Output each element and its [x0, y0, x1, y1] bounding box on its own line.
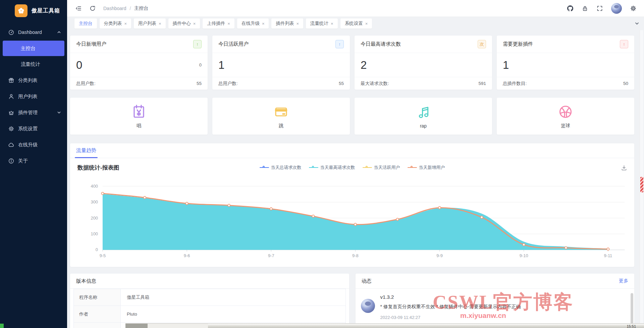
tab-label: 主控台	[79, 20, 93, 27]
stat-footer-value: 591	[478, 81, 486, 86]
tab-traffic-stats[interactable]: 流量统计×	[306, 18, 338, 29]
tab-plugin-list[interactable]: 插件列表×	[271, 18, 303, 29]
activity-scrollbar-thumb[interactable]	[631, 293, 633, 325]
activity-avatar	[361, 299, 375, 313]
tab-label: 分类列表	[104, 20, 122, 27]
sidebar-item-label: 在线升级	[18, 142, 38, 148]
stat-footer-label: 总用户数:	[218, 81, 238, 87]
close-icon[interactable]: ×	[296, 21, 299, 26]
tab-console[interactable]: 主控台	[74, 18, 97, 29]
close-icon[interactable]: ×	[331, 21, 333, 26]
basketball-icon	[557, 104, 574, 120]
bill-icon	[131, 104, 147, 120]
feature-card-rap[interactable]: rap	[355, 98, 492, 135]
close-icon[interactable]: ×	[227, 21, 230, 26]
sidebar-item-system-settings[interactable]: 系统设置	[0, 121, 67, 137]
sidebar-item-label: 系统设置	[18, 126, 38, 132]
activity-card-title: 动态	[362, 278, 372, 284]
sidebar-item-category-list[interactable]: 分类列表	[0, 72, 67, 88]
sidebar-item-online-upgrade[interactable]: 在线升级	[0, 137, 67, 153]
user-avatar[interactable]	[611, 3, 622, 14]
page-scrollbar-thumb[interactable]	[640, 177, 643, 192]
sidebar-item-console[interactable]: 主控台	[3, 41, 64, 56]
activity-timestamp: 2022-03-09 11:42:27	[380, 315, 625, 320]
stat-title: 今日新增用户	[76, 41, 106, 47]
github-icon[interactable]	[567, 5, 574, 12]
fullscreen-icon[interactable]	[596, 5, 603, 12]
download-icon[interactable]	[621, 165, 627, 171]
stat-footer-value: 55	[197, 81, 202, 86]
stat-footer-label: 总用户数:	[76, 81, 96, 87]
feature-card-jump[interactable]: 跳	[212, 98, 350, 135]
sidebar-item-label: Dashboard	[18, 30, 42, 35]
sidebar-item-about[interactable]: 关于	[0, 153, 67, 169]
sidebar-item-traffic-stats[interactable]: 流量统计	[3, 56, 64, 72]
close-icon[interactable]: ×	[193, 21, 196, 26]
taskbar-clock: 15:51	[627, 324, 636, 328]
svg-text:9-11: 9-11	[604, 253, 612, 258]
close-icon[interactable]: ×	[159, 21, 161, 26]
tab-label: 在线升级	[241, 20, 260, 27]
gear-icon	[8, 126, 14, 132]
activity-list-item[interactable]: v1.3.2 * 修复首页分类权重不生效 * 修复插件中心-需要更新显示内容不正…	[356, 289, 635, 326]
tab-user-list[interactable]: 用户列表×	[134, 18, 166, 29]
topbar-actions	[567, 3, 637, 14]
traffic-area-chart[interactable]: 01002003004009-59-69-79-89-99-109-11	[70, 177, 634, 267]
feature-label: rap	[420, 123, 427, 129]
sidebar-item-dashboard[interactable]: Dashboard	[0, 24, 67, 40]
sidebar-item-label: 主控台	[21, 45, 36, 52]
sidebar-item-plugin-management[interactable]: 插件管理	[0, 104, 67, 121]
breadcrumb-current: 主控台	[134, 5, 148, 11]
stat-title: 今日最高请求次数	[361, 41, 401, 47]
stat-footer-label: 总插件数目:	[503, 81, 527, 87]
feature-card-basketball[interactable]: 篮球	[497, 98, 634, 135]
page-scrollbar-track[interactable]	[640, 30, 643, 323]
tab-online-upgrade[interactable]: 在线升级×	[237, 18, 269, 29]
more-link[interactable]: 更多	[619, 278, 628, 284]
refresh-icon[interactable]	[89, 5, 96, 12]
stat-title: 今日活跃用户	[218, 41, 249, 47]
bank-card-icon	[273, 104, 289, 120]
tab-system-settings[interactable]: 系统设置×	[340, 18, 372, 29]
stat-title: 需要更新插件	[503, 41, 533, 47]
svg-text:9-8: 9-8	[352, 253, 359, 258]
tab-label: 上传插件	[207, 20, 225, 27]
svg-text:300: 300	[91, 199, 98, 204]
legend-item-new-users[interactable]: 当天新增用户	[408, 165, 445, 171]
chart-legend: 当天总请求次数 当天最高请求次数 当天活跃用户 当天新增用户	[260, 165, 445, 171]
activity-card: 动态 更多 v1.3.2 * 修复首页分类权重不生效 * 修复插件中心-需要更新…	[356, 274, 635, 328]
traffic-panel-tabs: 流量趋势	[70, 143, 634, 158]
svg-text:400: 400	[91, 184, 98, 189]
sidebar-item-label: 关于	[18, 158, 28, 164]
table-row: 程序名称 傲星工具箱	[74, 289, 345, 306]
sidebar-item-user-list[interactable]: 用户列表	[0, 88, 67, 104]
tab-category-list[interactable]: 分类列表×	[100, 18, 131, 29]
breadcrumb-root[interactable]: Dashboard	[103, 6, 126, 11]
legend-item-active-users[interactable]: 当天活跃用户	[363, 165, 400, 171]
svg-text:0: 0	[96, 247, 98, 252]
collapse-sidebar-icon[interactable]	[75, 5, 82, 12]
tab-upload-plugin[interactable]: 上传插件×	[203, 18, 234, 29]
stat-footer-label: 最大请求次数:	[361, 81, 389, 87]
tab-plugin-center[interactable]: 插件中心×	[168, 18, 200, 29]
background-window-edge: 15:51	[0, 323, 644, 328]
close-icon[interactable]: ×	[365, 21, 368, 26]
crown-icon	[8, 109, 14, 115]
tabs-expand-chevron-down-icon[interactable]	[635, 21, 639, 26]
chart-title: 数据统计-报表图	[77, 164, 119, 172]
tab-label: 系统设置	[345, 20, 363, 27]
version-info-card: 版本信息 程序名称 傲星工具箱 作者 Pluto	[70, 274, 349, 328]
feature-cards-row: 唱 跳 rap 篮球	[70, 98, 634, 135]
settings-gear-icon[interactable]	[630, 5, 637, 12]
lock-icon[interactable]	[582, 5, 588, 12]
legend-item-total-requests[interactable]: 当天总请求次数	[260, 165, 302, 171]
close-icon[interactable]: ×	[262, 21, 265, 26]
close-icon[interactable]: ×	[124, 21, 127, 26]
svg-text:100: 100	[91, 231, 98, 236]
tab-traffic-trend[interactable]: 流量趋势	[75, 147, 98, 158]
sidebar: 傲星工具箱 Dashboard 主控台 流量统计 分类列表	[0, 0, 67, 328]
legend-item-max-requests[interactable]: 当天最高请求次数	[309, 165, 355, 171]
svg-text:9-9: 9-9	[436, 253, 443, 258]
legend-label: 当天总请求次数	[271, 165, 302, 171]
feature-card-sing[interactable]: 唱	[70, 98, 208, 135]
